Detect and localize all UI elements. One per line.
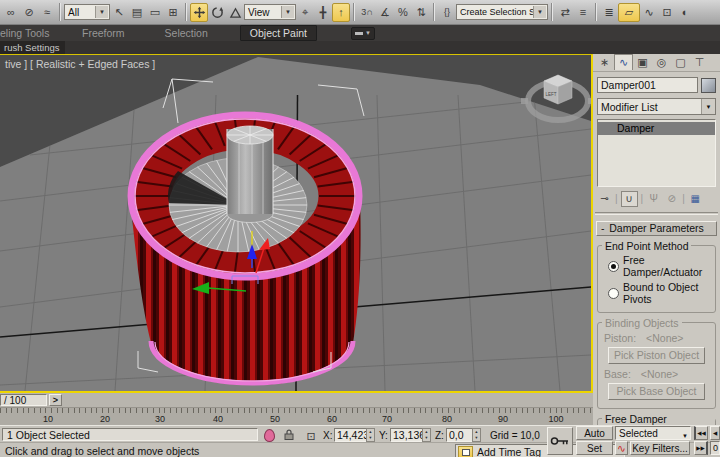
object-name-field[interactable]: Damper001 [597, 77, 698, 93]
radio-icon [608, 261, 619, 272]
x-coordinate-label: X: [323, 430, 332, 441]
chevron-down-icon: ▼ [95, 6, 108, 18]
select-and-manipulate-icon[interactable]: ╋ [314, 3, 332, 22]
display-tab-icon[interactable]: ▢ [671, 54, 690, 70]
key-mode-dropdown[interactable]: Selected ▼ [615, 426, 691, 440]
modify-tab-icon[interactable]: ∿ [614, 54, 633, 70]
isolate-selection-icon[interactable] [264, 429, 275, 442]
viewcube-face-label[interactable]: LEFT [546, 92, 557, 97]
named-selection-set-dropdown[interactable]: Create Selection Se ▼ [456, 4, 548, 20]
create-tab-icon[interactable]: ∗ [595, 54, 614, 70]
layer-manager-icon[interactable]: ≣ [600, 3, 618, 22]
modifier-stack-item-damper[interactable]: Damper [598, 122, 715, 135]
z-spinner[interactable]: ▴▾ [472, 428, 481, 442]
perspective-viewport[interactable]: tive ] [ Realistic + Edged Faces ] [0, 54, 593, 393]
group-title: Binding Objects [602, 317, 682, 329]
damper-parameters-rollout[interactable]: - Damper Parameters [596, 221, 717, 236]
keyboard-override-icon[interactable]: {} [438, 3, 456, 22]
radio-bound-to-pivots[interactable]: Bound to Object Pivots [608, 281, 711, 305]
ribbon-overflow-icon[interactable]: ▼ [351, 27, 375, 40]
radio-icon [608, 288, 619, 299]
command-panel: ∗ ∿ ▣ ◎ ▢ ⊤ Damper001 Modifier List ▼ Da… [593, 54, 720, 425]
command-panel-tabs: ∗ ∿ ▣ ◎ ▢ ⊤ [593, 54, 720, 72]
select-by-name-icon[interactable]: ▤ [128, 3, 146, 22]
tab-freeform[interactable]: Freeform [82, 27, 125, 39]
configure-modifier-sets-icon[interactable]: ▦ [688, 192, 703, 206]
x-spinner[interactable]: ▴▾ [366, 428, 375, 442]
hierarchy-tab-icon[interactable]: ▣ [633, 54, 652, 70]
pin-stack-icon[interactable]: ⊸ [597, 192, 612, 206]
set-keys-button[interactable] [547, 427, 573, 455]
tab-brush-settings[interactable]: rush Settings [0, 41, 65, 54]
modifier-stack[interactable]: Damper [597, 119, 716, 187]
remove-modifier-icon[interactable]: ⊘ [664, 192, 679, 206]
schematic-view-icon[interactable]: ⊡ [658, 3, 676, 22]
align-icon[interactable]: ≡ [574, 3, 592, 22]
time-slider-handle[interactable]: / 100 [0, 394, 47, 406]
unlink-selection-icon[interactable]: ⊘ [20, 3, 38, 22]
modifier-list-dropdown[interactable]: Modifier List ▼ [597, 98, 716, 115]
select-and-move-icon[interactable] [190, 3, 208, 22]
group-title: End Point Method [602, 240, 691, 252]
pick-piston-object-button[interactable]: Pick Piston Object [608, 347, 705, 364]
angle-snap-icon[interactable]: ∡ [376, 3, 394, 22]
make-unique-icon[interactable]: Ψ [646, 192, 661, 206]
use-pivot-point-center-icon[interactable]: ⌖ [296, 3, 314, 22]
go-to-start-button[interactable]: ◀◀ [694, 426, 708, 440]
set-key-button[interactable]: Set Key [576, 441, 613, 455]
spinner-snap-icon[interactable]: ⇅ [412, 3, 430, 22]
x-coordinate-field[interactable]: 14,423 [334, 428, 370, 442]
new-key-curve-icon[interactable]: ∿ [615, 441, 628, 455]
damper-object[interactable] [130, 115, 361, 385]
current-frame-field[interactable]: 0 [710, 441, 720, 455]
tab-modeling-tools[interactable]: eling Tools [0, 27, 55, 39]
previous-frame-button[interactable]: ◀ [710, 426, 720, 440]
modifier-list-value: Modifier List [601, 101, 658, 113]
rollout-collapse-icon[interactable]: - [601, 222, 605, 235]
auto-key-button[interactable]: Auto Key [576, 426, 613, 440]
3dsmax-window: ∞ ⊘ ≈ All ▼ ↖ ▤ ▭ ⊞ View ▼ ⌖ ╋ ↑ 3∩ ∡ % [0, 0, 720, 457]
select-object-icon[interactable]: ↖ [110, 3, 128, 22]
next-frame-button[interactable]: > [49, 394, 62, 406]
scene-explorer-icon[interactable]: ▱ [618, 3, 640, 22]
percent-snap-icon[interactable]: % [394, 3, 412, 22]
pick-base-object-button[interactable]: Pick Base Object [608, 383, 705, 400]
render-setup-icon[interactable]: ◐ [676, 3, 694, 22]
show-end-result-icon[interactable]: ∪ [621, 191, 638, 207]
curve-editor-icon[interactable]: ∿ [640, 3, 658, 22]
time-slider-track[interactable]: / 100 > [0, 393, 593, 408]
piston-value: <None> [646, 332, 683, 344]
select-and-link-icon[interactable]: ∞ [2, 3, 20, 22]
window-crossing-icon[interactable]: ⊞ [164, 3, 182, 22]
bind-to-space-warp-icon[interactable]: ≈ [38, 3, 56, 22]
motion-tab-icon[interactable]: ◎ [652, 54, 671, 70]
selection-filter-dropdown[interactable]: All ▼ [64, 4, 110, 20]
tab-object-paint[interactable]: Object Paint [240, 25, 317, 41]
radio-label: Bound to Object Pivots [623, 281, 711, 305]
tab-selection[interactable]: Selection [165, 27, 208, 39]
select-and-scale-icon[interactable] [226, 3, 244, 22]
y-coordinate-field[interactable]: 13,136 [390, 428, 426, 442]
rectangular-selection-region-icon[interactable]: ▭ [146, 3, 164, 22]
snaps-toggle-icon[interactable]: 3∩ [358, 3, 376, 22]
viewport-label[interactable]: tive ] [ Realistic + Edged Faces ] [5, 58, 155, 70]
select-and-rotate-icon[interactable] [208, 3, 226, 22]
toolbar-separator [551, 3, 553, 21]
object-color-swatch[interactable] [701, 78, 716, 93]
add-time-tag-label[interactable]: Add Time Tag [477, 446, 541, 457]
utilities-tab-icon[interactable]: ⊤ [690, 54, 709, 70]
reference-coordinate-dropdown[interactable]: View ▼ [244, 4, 296, 20]
y-spinner[interactable]: ▴▾ [422, 428, 431, 442]
selection-lock-icon[interactable] [284, 429, 294, 442]
key-filters-button[interactable]: Key Filters... [630, 441, 690, 455]
mirror-icon[interactable]: ⇄ [556, 3, 574, 22]
ribbon-toggle-icon[interactable]: ↑ [332, 3, 350, 22]
time-tag-icon[interactable] [458, 446, 473, 457]
track-bar-ruler[interactable]: 10 20 30 40 50 60 70 80 90 100 [0, 408, 593, 425]
radio-free-damper[interactable]: Free Damper/Actuator [608, 254, 711, 278]
binding-objects-group: Binding Objects Piston: <None> Pick Pist… [597, 322, 716, 409]
ribbon-tab-bar: eling Tools Freeform Selection Object Pa… [0, 25, 720, 41]
piston-cap-facets [227, 126, 273, 144]
chevron-down-icon: ▼ [281, 6, 294, 18]
next-key-button[interactable]: ▶▶ [694, 441, 708, 455]
